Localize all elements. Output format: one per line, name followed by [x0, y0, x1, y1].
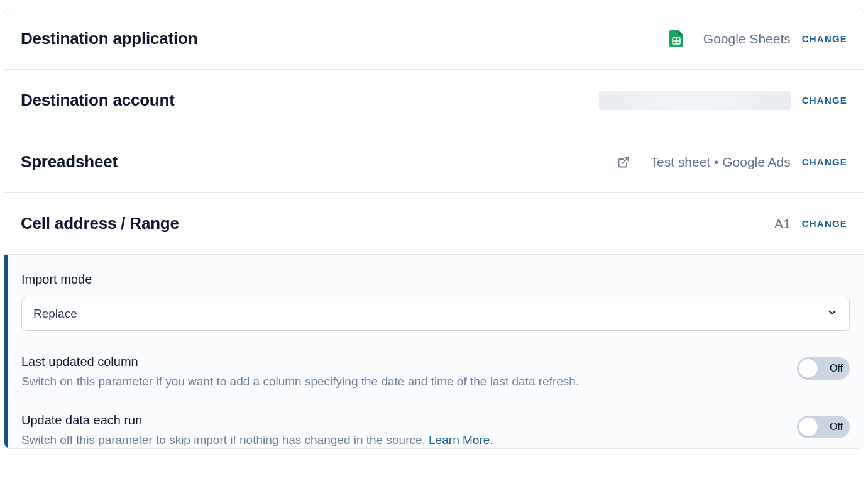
- learn-more-link[interactable]: Learn More.: [429, 433, 493, 446]
- import-mode-select[interactable]: Replace: [21, 297, 850, 331]
- chevron-down-icon: [827, 307, 838, 321]
- update-each-run-title: Update data each run: [21, 413, 778, 428]
- destination-account-value-placeholder: [599, 91, 791, 110]
- last-updated-toggle-state: Off: [830, 363, 843, 374]
- change-cell-range-button[interactable]: CHANGE: [802, 218, 847, 229]
- google-sheets-icon: [669, 30, 683, 47]
- import-mode-selected-value: Replace: [33, 307, 77, 321]
- row-cell-range: Cell address / Range A1 CHANGE: [4, 193, 864, 255]
- destination-account-title: Destination account: [21, 91, 175, 110]
- cell-range-title: Cell address / Range: [21, 214, 179, 233]
- row-destination-application: Destination application Google Sheets CH…: [4, 8, 864, 70]
- change-spreadsheet-button[interactable]: CHANGE: [802, 157, 847, 167]
- last-updated-toggle[interactable]: Off: [797, 357, 850, 380]
- spreadsheet-value: Test sheet • Google Ads: [650, 155, 790, 170]
- destination-application-title: Destination application: [21, 29, 197, 48]
- update-each-run-toggle-state: Off: [830, 421, 843, 433]
- destination-application-value: Google Sheets: [703, 31, 791, 47]
- cell-range-value: A1: [774, 216, 791, 231]
- row-destination-account: Destination account CHANGE: [4, 70, 864, 131]
- last-updated-row: Last updated column Switch on this param…: [21, 355, 850, 391]
- change-destination-application-button[interactable]: CHANGE: [802, 33, 847, 44]
- settings-panel: Destination application Google Sheets CH…: [4, 8, 864, 449]
- import-mode-section: Import mode Replace Last updated column …: [4, 255, 864, 448]
- svg-line-3: [623, 157, 629, 163]
- import-mode-label: Import mode: [21, 272, 850, 287]
- update-each-run-desc-text: Switch off this parameter to skip import…: [21, 433, 429, 446]
- update-each-run-row: Update data each run Switch off this par…: [21, 413, 850, 449]
- row-spreadsheet: Spreadsheet Test sheet • Google Ads CHAN…: [4, 131, 864, 193]
- toggle-knob: [799, 359, 818, 378]
- external-link-icon[interactable]: [617, 156, 630, 169]
- last-updated-title: Last updated column: [21, 355, 778, 369]
- update-each-run-desc: Switch off this parameter to skip import…: [21, 431, 778, 449]
- update-each-run-toggle[interactable]: Off: [797, 416, 850, 438]
- spreadsheet-title: Spreadsheet: [21, 152, 118, 172]
- toggle-knob: [799, 418, 818, 436]
- change-destination-account-button[interactable]: CHANGE: [802, 95, 847, 106]
- last-updated-desc: Switch on this parameter if you want to …: [21, 373, 778, 391]
